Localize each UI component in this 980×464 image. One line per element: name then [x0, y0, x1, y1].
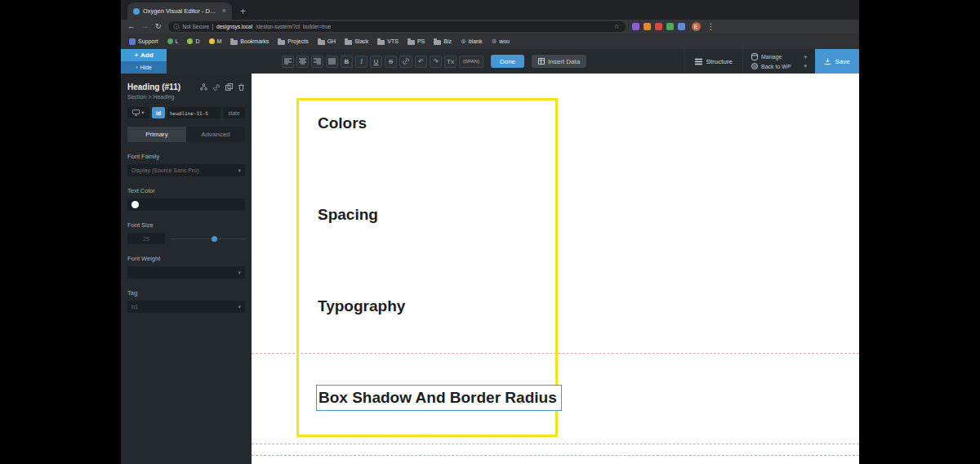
bookmark-label: blank [469, 38, 483, 44]
font-family-select[interactable]: Display (Source Sans Pro) ▾ [127, 164, 245, 176]
chevron-down-icon: ▾ [238, 270, 241, 276]
back-to-wp-button[interactable]: W Back to WP ▾ [751, 63, 807, 69]
bookmark-label: Projects [287, 38, 308, 44]
editor-canvas[interactable]: Colors Spacing Typography Box Shadow And… [252, 74, 859, 464]
breadcrumb: Section > Heading [127, 94, 245, 100]
structure-button[interactable]: Structure [684, 49, 742, 74]
reload-icon[interactable]: ↻ [155, 23, 162, 30]
font-size-slider[interactable] [171, 233, 245, 244]
url-separator [212, 24, 213, 30]
tag-select[interactable]: h1 ▾ [127, 301, 245, 313]
text-color-picker[interactable] [127, 199, 245, 211]
strikethrough-button[interactable]: S [385, 56, 397, 68]
link-button[interactable] [399, 56, 412, 68]
extension-icon[interactable] [655, 23, 662, 30]
align-right-button[interactable] [311, 56, 323, 68]
bookmark-label: VTS [387, 38, 399, 44]
underline-button[interactable]: U [370, 56, 382, 68]
browser-menu-icon[interactable]: ⋮ [707, 23, 715, 31]
extension-icon[interactable] [666, 23, 674, 30]
bookmark-item[interactable]: ⊕ blank [461, 38, 482, 45]
align-left-button[interactable] [282, 56, 294, 68]
canvas-heading[interactable]: Colors [318, 114, 367, 132]
chevron-down-icon: ▾ [141, 109, 144, 116]
tab-advanced[interactable]: Advanced [186, 127, 245, 142]
extension-icon[interactable] [678, 23, 685, 30]
slider-knob[interactable] [212, 236, 217, 242]
bookmark-item[interactable]: Support [129, 38, 158, 45]
info-icon[interactable]: ⓘ [174, 24, 180, 29]
insert-data-button[interactable]: Insert Data [532, 55, 586, 68]
bookmark-item[interactable]: D [187, 38, 199, 44]
bookmark-label: D [195, 38, 199, 44]
save-button[interactable]: Save [815, 49, 859, 74]
section-guide-line [252, 444, 859, 444]
profile-avatar[interactable]: E [692, 22, 701, 31]
element-id-input[interactable]: headline-11-5 [167, 107, 220, 118]
bookmark-star-icon[interactable]: ☆ [613, 23, 619, 30]
bookmark-label: Biz [443, 38, 452, 44]
manage-button[interactable]: Manage ▾ [751, 53, 807, 60]
state-button[interactable]: state [223, 107, 245, 118]
bookmark-folder[interactable]: VTS [377, 38, 399, 45]
bookmark-item[interactable]: ⊕ woo [491, 38, 510, 45]
font-size-input[interactable]: 25 [127, 233, 165, 244]
bookmark-folder[interactable]: PS [408, 38, 425, 45]
redo-button[interactable]: ↷ [430, 56, 442, 68]
add-label: Add [140, 51, 154, 59]
globe-icon: ⊕ [461, 38, 466, 45]
bookmark-item[interactable]: M [209, 38, 222, 44]
font-size-row: 25 [127, 233, 245, 244]
span-button[interactable]: {SPAN} [459, 56, 483, 68]
align-justify-button[interactable] [326, 56, 338, 68]
canvas-heading[interactable]: Spacing [318, 206, 378, 224]
color-swatch[interactable] [131, 201, 139, 208]
canvas-heading-editing[interactable]: Box Shadow And Border Radius [318, 389, 557, 407]
device-selector[interactable]: ▾ [127, 107, 149, 118]
link-icon[interactable] [212, 83, 220, 91]
tag-value: h1 [131, 304, 138, 310]
duplicate-icon[interactable] [225, 83, 233, 91]
hide-button[interactable]: ‹ Hide [121, 61, 167, 74]
font-weight-select[interactable]: ▾ [127, 266, 245, 279]
italic-button[interactable]: I [355, 56, 368, 68]
editor-toolbar: + Add ‹ Hide B I U S [121, 49, 859, 74]
insert-data-label: Insert Data [548, 58, 580, 65]
insert-data-icon [538, 58, 545, 65]
bold-button[interactable]: B [341, 56, 353, 68]
bookmark-item[interactable]: L [167, 38, 179, 44]
back-icon[interactable]: ← [127, 23, 135, 30]
inline-edit-box[interactable]: Box Shadow And Border Radius [316, 385, 562, 411]
bookmark-label: Slack [354, 38, 368, 44]
clear-format-button[interactable]: Tx [444, 56, 457, 68]
folder-icon [408, 40, 415, 45]
new-tab-button[interactable]: + [240, 7, 246, 16]
done-button[interactable]: Done [491, 55, 524, 68]
bookmark-folder[interactable]: Biz [434, 38, 452, 45]
favicon-dot-icon [209, 38, 215, 44]
network-icon[interactable] [200, 83, 207, 91]
bookmark-label: Bookmarks [240, 38, 269, 44]
chevron-down-icon: ▾ [804, 63, 807, 69]
favicon-dot-icon [167, 38, 173, 44]
tab-primary[interactable]: Primary [127, 127, 186, 142]
bookmark-folder[interactable]: GH [318, 38, 336, 45]
trash-icon[interactable] [238, 83, 245, 91]
bookmark-folder[interactable]: Bookmarks [230, 38, 269, 45]
bookmark-folder[interactable]: Projects [278, 38, 308, 45]
tab-close-icon[interactable]: × [222, 7, 226, 15]
forward-icon[interactable]: → [141, 23, 149, 30]
align-center-button[interactable] [296, 56, 309, 68]
download-icon [824, 58, 831, 65]
extension-icon[interactable] [644, 23, 651, 30]
bookmarks-bar: Support L D M Bookmarks Projects GH Sla [121, 33, 859, 49]
browser-tab[interactable]: Oxygen Visual Editor - Design × [127, 2, 232, 20]
wordpress-icon: W [751, 63, 758, 69]
undo-button[interactable]: ↶ [415, 56, 427, 68]
add-button[interactable]: + Add [121, 49, 167, 61]
font-family-label: Font Family [127, 153, 245, 160]
address-bar[interactable]: ⓘ Not Secure designsys.local /design-sys… [168, 21, 626, 32]
bookmark-folder[interactable]: Slack [345, 38, 368, 45]
extension-icon[interactable] [632, 23, 639, 30]
canvas-heading[interactable]: Typography [318, 297, 405, 315]
